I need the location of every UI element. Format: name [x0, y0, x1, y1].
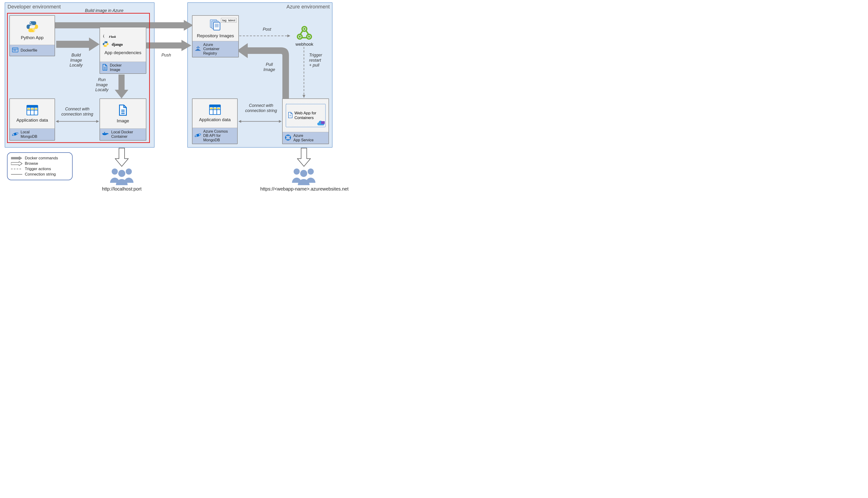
card-footer-text: Azure App Service — [294, 134, 313, 142]
svg-point-61 — [290, 137, 291, 138]
arrow-pull-image — [234, 42, 295, 108]
web-app-inner-box: Web App for Containers — [286, 104, 326, 127]
highlight-box — [7, 13, 150, 143]
svg-marker-65 — [184, 20, 193, 31]
url-azure: https://<webapp-name>.azurewebsites.net — [258, 186, 351, 192]
svg-rect-73 — [145, 42, 181, 49]
svg-point-87 — [308, 169, 314, 174]
arrow-push — [145, 40, 192, 52]
legend-row-conn: Connection string — [11, 172, 69, 177]
svg-point-85 — [118, 170, 125, 177]
url-local: http://localhost:port — [98, 186, 145, 192]
label-pull-image: Pull Image — [261, 62, 277, 72]
svg-point-63 — [285, 137, 287, 138]
legend-row-docker: Docker commands — [11, 156, 69, 160]
svg-point-43 — [299, 36, 301, 38]
svg-point-83 — [112, 169, 118, 174]
arrow-browse-local — [115, 148, 128, 167]
legend-label: Connection string — [25, 172, 56, 177]
legend-label: Browse — [25, 161, 38, 166]
arrow-trigger — [302, 47, 306, 99]
svg-rect-31 — [214, 22, 220, 30]
arrow-connect-azure — [239, 119, 282, 123]
legend-solid-line-icon — [11, 172, 23, 176]
svg-marker-90 — [19, 156, 22, 160]
legend-row-trigger: Trigger actions — [11, 167, 69, 171]
card-title: Repository Images — [197, 33, 234, 38]
legend-docker-arrow-icon — [11, 156, 23, 160]
env-title-azure: Azure environment — [286, 4, 330, 10]
arrow-browse-azure — [297, 148, 311, 167]
users-azure-icon — [288, 166, 319, 186]
svg-rect-50 — [210, 108, 212, 109]
svg-marker-78 — [302, 95, 305, 98]
card-app-data-azure: Application data Azure Cosmos DB API for… — [192, 99, 238, 144]
webhook-label: webhook — [290, 42, 318, 47]
arrow-post — [239, 34, 291, 38]
svg-marker-74 — [181, 40, 191, 51]
card-repo-images: tag: latest Repository Images Azure Cont… — [192, 15, 239, 57]
svg-point-44 — [308, 36, 310, 38]
legend-row-browse: Browse — [11, 161, 69, 166]
card-title: Application data — [199, 117, 231, 122]
label-push: Push — [159, 53, 173, 58]
svg-point-86 — [294, 169, 300, 174]
document-icon-small — [287, 112, 293, 119]
legend-label: Docker commands — [25, 156, 58, 160]
legend-dashed-line-icon — [11, 167, 23, 171]
label-trigger: Trigger restart + pull — [309, 53, 328, 68]
svg-point-60 — [287, 134, 289, 136]
cloud-decoration-icon — [317, 121, 326, 128]
legend-label: Trigger actions — [25, 167, 51, 171]
svg-rect-58 — [321, 121, 325, 124]
svg-rect-38 — [198, 46, 199, 47]
svg-marker-82 — [279, 120, 282, 123]
documents-stack-icon — [209, 18, 222, 32]
svg-point-88 — [300, 170, 307, 177]
app-service-icon — [285, 134, 291, 142]
cosmos-icon — [194, 132, 201, 140]
svg-point-55 — [195, 136, 196, 137]
svg-point-62 — [287, 139, 289, 140]
svg-point-42 — [303, 28, 306, 30]
data-grid-icon — [209, 104, 221, 116]
svg-rect-89 — [11, 157, 19, 159]
svg-marker-76 — [287, 35, 290, 37]
svg-rect-46 — [209, 105, 220, 107]
svg-rect-35 — [196, 47, 198, 48]
svg-rect-36 — [198, 47, 199, 48]
card-web-app: Web App for Containers Azure App Service — [282, 99, 329, 144]
acr-icon — [194, 45, 201, 53]
legend-browse-arrow-icon — [11, 161, 23, 166]
users-local-icon — [107, 166, 137, 186]
env-title-dev: Developer environment — [8, 4, 60, 10]
card-footer-text: Azure Container Registry — [203, 43, 219, 55]
webhook-node: webhook — [290, 26, 318, 47]
web-app-inner-label: Web App for Containers — [295, 111, 316, 120]
webhook-icon — [297, 26, 312, 41]
legend: Docker commands Browse Trigger actions C… — [7, 152, 72, 180]
svg-marker-81 — [239, 120, 241, 123]
label-post: Post — [260, 27, 274, 32]
label-connect-azure: Connect with connection string — [244, 103, 279, 113]
label-build-azure: Build image in Azure — [79, 8, 130, 13]
card-footer-text: Azure Cosmos DB API for MongoDB — [203, 129, 228, 142]
svg-rect-51 — [214, 108, 216, 109]
svg-rect-37 — [199, 47, 200, 48]
svg-point-84 — [126, 169, 132, 174]
svg-rect-52 — [217, 108, 220, 109]
tag-latest: tag: latest — [221, 18, 236, 23]
